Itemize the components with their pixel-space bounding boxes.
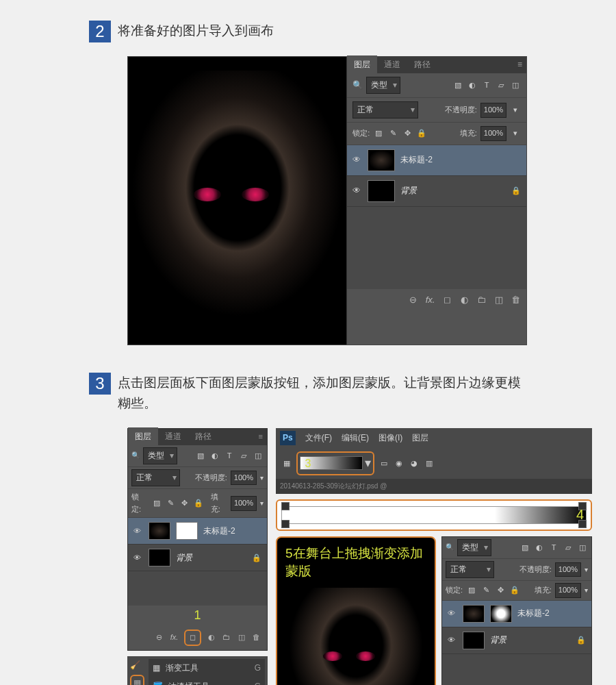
eraser-icon[interactable]: 🧹 bbox=[130, 659, 144, 672]
gradient-editor-highlight[interactable]: 4 bbox=[276, 499, 592, 531]
canvas-area[interactable] bbox=[128, 57, 346, 345]
lock-paint-icon[interactable]: ✎ bbox=[387, 128, 398, 139]
gradient-picker-highlight[interactable]: 3 ▾ bbox=[296, 451, 374, 475]
fill-value[interactable]: 100% bbox=[480, 126, 506, 141]
tab-layers[interactable]: 图层 bbox=[128, 427, 158, 446]
document-tab[interactable]: 20140613-285-309论坛幻灯.psd @ bbox=[276, 479, 592, 494]
filter-select[interactable]: 类型 bbox=[143, 447, 177, 464]
photoshop-window-step2: 图层 通道 路径 ≡ 🔍 类型 ▧ ◐ T ▱ ◫ 正常 不透明度: 100% … bbox=[127, 56, 527, 345]
filter-shape-icon[interactable]: ▱ bbox=[496, 80, 506, 91]
filter-adjust-icon[interactable]: ◐ bbox=[467, 80, 478, 91]
mask-icon[interactable]: ◻ bbox=[442, 293, 452, 308]
linear-grad-icon[interactable]: ▭ bbox=[378, 458, 389, 469]
tool-flyout: 🧹 ▦ 💧 2 ▦渐变工具G 🪣油漆桶工具G 🔷3D 材质拖放工具G bbox=[127, 656, 268, 685]
new-layer-icon[interactable]: ◫ bbox=[493, 293, 504, 308]
step-number-3: 3 bbox=[89, 373, 111, 395]
visibility-icon[interactable]: 👁 bbox=[352, 153, 362, 166]
angle-grad-icon[interactable]: ◕ bbox=[409, 458, 420, 469]
menu-layer[interactable]: 图层 bbox=[412, 432, 428, 445]
adjustment-icon[interactable]: ◐ bbox=[459, 293, 470, 308]
tab-paths[interactable]: 路径 bbox=[188, 427, 218, 446]
tab-channels[interactable]: 通道 bbox=[158, 427, 188, 446]
menu-image[interactable]: 图像(I) bbox=[378, 432, 402, 445]
portrait-image bbox=[128, 71, 346, 331]
opacity-value[interactable]: 100% bbox=[480, 103, 506, 118]
fx-icon[interactable]: fx. bbox=[425, 293, 435, 308]
step-number-2: 2 bbox=[89, 21, 111, 42]
layer-with-radial-mask[interactable]: 👁 未标题-2 bbox=[442, 601, 591, 627]
stage-preview[interactable] bbox=[281, 588, 431, 685]
opacity-label: 不透明度: bbox=[445, 104, 477, 116]
visibility-icon[interactable]: 👁 bbox=[352, 184, 362, 197]
filter-image-icon[interactable]: ▧ bbox=[452, 80, 463, 91]
filter-select[interactable]: 类型 bbox=[457, 539, 491, 556]
reflect-grad-icon[interactable]: ▥ bbox=[424, 458, 435, 469]
tab-layers[interactable]: 图层 bbox=[347, 55, 377, 74]
layer-with-mask[interactable]: 👁 未标题-2 bbox=[128, 518, 267, 545]
panel-menu-icon[interactable]: ≡ bbox=[259, 431, 263, 443]
layer-background[interactable]: 👁 背景 🔒 bbox=[347, 176, 526, 207]
menu-edit[interactable]: 编辑(E) bbox=[342, 432, 369, 445]
gradient-tool-icon[interactable]: ▦ bbox=[281, 458, 292, 469]
filter-text-icon[interactable]: T bbox=[481, 80, 492, 91]
layer-thumb-bg bbox=[368, 180, 395, 202]
link-icon[interactable]: ⊖ bbox=[408, 293, 418, 308]
options-bar: ▦ 3 ▾ ▭ ◉ ◕ ▥ bbox=[276, 448, 592, 479]
lock-pos-icon[interactable]: ✥ bbox=[402, 128, 413, 139]
tab-channels[interactable]: 通道 bbox=[377, 55, 407, 74]
radial-grad-icon[interactable]: ◉ bbox=[394, 458, 405, 469]
mask-button-highlight[interactable]: ◻ bbox=[184, 630, 201, 646]
group-icon[interactable]: 🗀 bbox=[476, 293, 487, 308]
layer-name-bg[interactable]: 背景 bbox=[400, 184, 506, 197]
annotation-5-text: 5在舞台上拖拽渐变添加蒙版 bbox=[277, 538, 435, 588]
filter-smart-icon[interactable]: ◫ bbox=[510, 80, 521, 91]
layer-untitled[interactable]: 👁 未标题-2 bbox=[347, 145, 526, 176]
layer-thumb bbox=[368, 149, 395, 171]
mask-thumb[interactable] bbox=[176, 522, 198, 540]
radial-mask-thumb[interactable] bbox=[490, 605, 512, 623]
canvas-stage-highlight: 5在舞台上拖拽渐变添加蒙版 bbox=[276, 536, 436, 685]
tab-paths[interactable]: 路径 bbox=[407, 55, 437, 74]
lock-trans-icon[interactable]: ▨ bbox=[373, 128, 384, 139]
paint-bucket-row[interactable]: 🪣油漆桶工具G bbox=[149, 677, 265, 685]
layers-panel: 图层 通道 路径 ≡ 🔍 类型 ▧ ◐ T ▱ ◫ 正常 不透明度: 100% … bbox=[346, 57, 526, 345]
blend-mode-select[interactable]: 正常 bbox=[352, 101, 418, 119]
gradient-tool-row[interactable]: ▦渐变工具G bbox=[149, 659, 265, 677]
annotation-3: 3 bbox=[305, 455, 311, 473]
layers-panel-step3-right: 🔍类型 ▧◐T▱◫ 正常 不透明度:100%▾ 锁定: ▨✎✥🔒 填充:100%… bbox=[441, 536, 592, 685]
layer-background[interactable]: 👁 背景 🔒 bbox=[128, 545, 267, 571]
panel-menu-icon[interactable]: ≡ bbox=[517, 58, 522, 71]
app-menu-bar: Ps 文件(F) 编辑(E) 图像(I) 图层 bbox=[276, 428, 592, 448]
lock-all-icon[interactable]: 🔒 bbox=[416, 128, 427, 139]
filter-select[interactable]: 类型 bbox=[366, 77, 400, 94]
lock-icon: 🔒 bbox=[511, 185, 521, 197]
step2-text: 将准备好的图片导入到画布 bbox=[118, 21, 527, 41]
lock-label: 锁定: bbox=[352, 127, 370, 140]
annotation-4: 4 bbox=[576, 503, 584, 525]
layer-name[interactable]: 未标题-2 bbox=[400, 153, 521, 166]
annotation-1: 1 bbox=[128, 606, 267, 625]
fill-label: 填充: bbox=[460, 127, 477, 140]
blend-select[interactable]: 正常 bbox=[446, 561, 494, 578]
gradient-tool-highlight[interactable]: ▦ bbox=[130, 675, 144, 685]
layer-background[interactable]: 👁 背景 🔒 bbox=[442, 627, 591, 654]
trash-icon[interactable]: 🗑 bbox=[511, 293, 521, 308]
step3-text: 点击图层面板下面图层蒙版按钮，添加图层蒙版。让背景图片边缘更模糊些。 bbox=[118, 373, 527, 414]
blend-select[interactable]: 正常 bbox=[131, 469, 180, 486]
photoshop-logo-icon: Ps bbox=[280, 431, 296, 445]
menu-file[interactable]: 文件(F) bbox=[305, 432, 332, 445]
layers-panel-step3-left: 图层 通道 路径 ≡ 🔍类型 ▧◐T▱◫ 正常 不透明度:100%▾ 锁定: ▨… bbox=[127, 428, 268, 651]
